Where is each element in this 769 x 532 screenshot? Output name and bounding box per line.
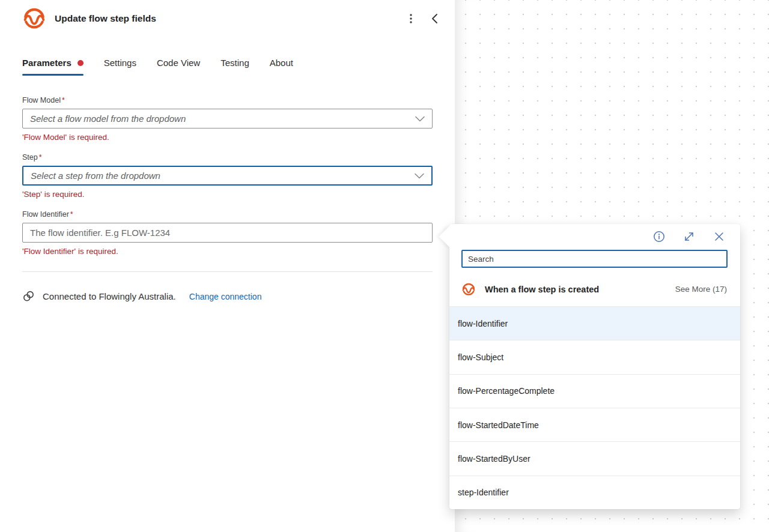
expand-diagonal-icon <box>683 231 695 243</box>
ellipsis-vertical-icon <box>406 13 416 24</box>
tab-parameters[interactable]: Parameters <box>22 58 84 76</box>
tab-label: Parameters <box>22 58 71 68</box>
list-item-label: flow-StartedDateTime <box>458 420 539 430</box>
trigger-title: When a flow step is created <box>485 285 599 294</box>
flow-model-error: 'Flow Model' is required. <box>22 133 433 142</box>
action-config-panel: Update flow step fields Parameters Setti… <box>0 0 455 532</box>
connection-link-icon <box>22 290 35 303</box>
parameters-form: Flow Model* Select a flow model from the… <box>0 76 455 256</box>
panel-header: Update flow step fields <box>0 0 455 31</box>
tab-label: Testing <box>220 58 249 68</box>
list-item-label: flow-Subject <box>458 352 503 362</box>
list-item-label: flow-PercentageComplete <box>458 386 555 396</box>
flow-identifier-field-group: Flow Identifier* 'Flow Identifier' is re… <box>22 210 433 256</box>
label-text: Flow Model <box>22 96 61 104</box>
flow-identifier-label: Flow Identifier* <box>22 210 433 219</box>
flow-identifier-error: 'Flow Identifier' is required. <box>22 247 433 256</box>
required-asterisk: * <box>70 210 73 219</box>
step-field-group: Step* Select a step from the dropdown 'S… <box>22 153 433 199</box>
flow-model-field-group: Flow Model* Select a flow model from the… <box>22 96 433 142</box>
close-icon <box>714 231 725 242</box>
tab-testing[interactable]: Testing <box>220 58 249 76</box>
list-item-label: step-Identifier <box>458 488 509 497</box>
tab-settings[interactable]: Settings <box>104 58 136 76</box>
change-connection-link[interactable]: Change connection <box>189 292 262 301</box>
list-item-label: flow-StartedByUser <box>458 454 530 464</box>
dropdown-placeholder: Select a flow model from the dropdown <box>30 113 186 124</box>
flow-identifier-input-wrap <box>22 223 433 243</box>
step-label: Step* <box>22 153 433 162</box>
collapse-panel-button[interactable] <box>426 10 444 28</box>
tab-code-view[interactable]: Code View <box>157 58 200 76</box>
label-text: Step <box>22 153 38 162</box>
flowingly-logo-icon <box>22 7 46 31</box>
chevron-down-icon <box>415 173 424 178</box>
flow-model-dropdown[interactable]: Select a flow model from the dropdown <box>22 109 433 128</box>
tab-label: Settings <box>104 58 136 68</box>
info-icon <box>653 231 665 243</box>
section-divider <box>22 271 433 272</box>
expand-button[interactable] <box>682 230 696 243</box>
list-item-flow-percentagecomplete[interactable]: flow-PercentageComplete <box>449 374 740 408</box>
chevron-left-icon <box>430 13 440 24</box>
validation-error-dot <box>78 60 84 66</box>
chevron-down-icon <box>415 116 425 121</box>
connection-status-text: Connected to Flowingly Australia. <box>43 291 176 301</box>
connection-row: Connected to Flowingly Australia. Change… <box>22 290 455 303</box>
list-item-flow-identifier[interactable]: flow-Identifier <box>449 306 740 340</box>
step-error: 'Step' is required. <box>22 190 433 199</box>
list-item-flow-startedbyuser[interactable]: flow-StartedByUser <box>449 441 740 475</box>
panel-tabs: Parameters Settings Code View Testing Ab… <box>22 58 455 76</box>
tab-label: Code View <box>157 58 200 68</box>
trigger-section-header: When a flow step is created See More (17… <box>449 272 740 306</box>
flow-model-label: Flow Model* <box>22 96 433 104</box>
tab-label: About <box>270 58 293 68</box>
step-dropdown[interactable]: Select a step from the dropdown <box>22 166 433 186</box>
popup-toolbar <box>449 224 740 249</box>
label-text: Flow Identifier <box>22 210 69 219</box>
dynamic-content-list: flow-Identifier flow-Subject flow-Percen… <box>449 306 740 509</box>
search-input[interactable] <box>463 251 726 267</box>
more-options-button[interactable] <box>402 10 420 28</box>
required-asterisk: * <box>39 153 42 162</box>
list-item-flow-subject[interactable]: flow-Subject <box>449 340 740 373</box>
list-item-flow-starteddatetime[interactable]: flow-StartedDateTime <box>449 408 740 441</box>
list-item-label: flow-Identifier <box>458 319 508 328</box>
see-more-link[interactable]: See More (17) <box>675 285 727 294</box>
flow-identifier-input[interactable] <box>30 223 425 242</box>
tab-about[interactable]: About <box>270 58 293 76</box>
close-button[interactable] <box>713 230 726 243</box>
list-item-step-identifier[interactable]: step-Identifier <box>449 476 740 509</box>
required-asterisk: * <box>62 96 65 104</box>
dropdown-placeholder: Select a step from the dropdown <box>31 171 160 181</box>
popup-search-box <box>461 250 728 268</box>
info-button[interactable] <box>652 230 666 243</box>
flowingly-logo-icon <box>461 282 476 297</box>
panel-title: Update flow step fields <box>55 13 402 24</box>
dynamic-content-popup: When a flow step is created See More (17… <box>449 224 740 509</box>
